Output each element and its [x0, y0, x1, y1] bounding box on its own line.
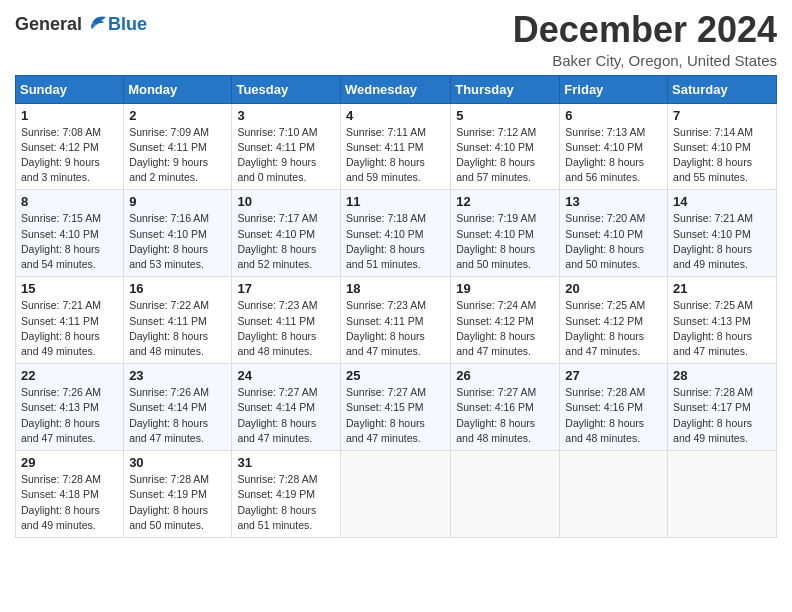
calendar-cell: 22Sunrise: 7:26 AM Sunset: 4:13 PM Dayli…: [16, 364, 124, 451]
day-number: 26: [456, 368, 554, 383]
day-number: 15: [21, 281, 118, 296]
day-number: 25: [346, 368, 445, 383]
day-number: 7: [673, 108, 771, 123]
calendar-header-saturday: Saturday: [668, 75, 777, 103]
logo-bird-icon: [84, 13, 108, 33]
calendar-header-sunday: Sunday: [16, 75, 124, 103]
day-info: Sunrise: 7:25 AM Sunset: 4:13 PM Dayligh…: [673, 298, 771, 359]
day-info: Sunrise: 7:24 AM Sunset: 4:12 PM Dayligh…: [456, 298, 554, 359]
calendar-cell: 27Sunrise: 7:28 AM Sunset: 4:16 PM Dayli…: [560, 364, 668, 451]
day-info: Sunrise: 7:28 AM Sunset: 4:17 PM Dayligh…: [673, 385, 771, 446]
calendar-cell: 30Sunrise: 7:28 AM Sunset: 4:19 PM Dayli…: [124, 451, 232, 538]
calendar-cell: 21Sunrise: 7:25 AM Sunset: 4:13 PM Dayli…: [668, 277, 777, 364]
day-info: Sunrise: 7:28 AM Sunset: 4:19 PM Dayligh…: [237, 472, 335, 533]
day-number: 14: [673, 194, 771, 209]
day-number: 1: [21, 108, 118, 123]
day-info: Sunrise: 7:19 AM Sunset: 4:10 PM Dayligh…: [456, 211, 554, 272]
calendar-cell: 12Sunrise: 7:19 AM Sunset: 4:10 PM Dayli…: [451, 190, 560, 277]
calendar-cell: [340, 451, 450, 538]
calendar-cell: 1Sunrise: 7:08 AM Sunset: 4:12 PM Daylig…: [16, 103, 124, 190]
day-number: 22: [21, 368, 118, 383]
calendar-cell: 16Sunrise: 7:22 AM Sunset: 4:11 PM Dayli…: [124, 277, 232, 364]
calendar-cell: 25Sunrise: 7:27 AM Sunset: 4:15 PM Dayli…: [340, 364, 450, 451]
calendar-week-row: 29Sunrise: 7:28 AM Sunset: 4:18 PM Dayli…: [16, 451, 777, 538]
calendar-cell: 8Sunrise: 7:15 AM Sunset: 4:10 PM Daylig…: [16, 190, 124, 277]
calendar-cell: 5Sunrise: 7:12 AM Sunset: 4:10 PM Daylig…: [451, 103, 560, 190]
day-number: 6: [565, 108, 662, 123]
day-number: 13: [565, 194, 662, 209]
day-number: 2: [129, 108, 226, 123]
day-info: Sunrise: 7:27 AM Sunset: 4:14 PM Dayligh…: [237, 385, 335, 446]
calendar-cell: 18Sunrise: 7:23 AM Sunset: 4:11 PM Dayli…: [340, 277, 450, 364]
calendar-week-row: 1Sunrise: 7:08 AM Sunset: 4:12 PM Daylig…: [16, 103, 777, 190]
calendar-header-row: SundayMondayTuesdayWednesdayThursdayFrid…: [16, 75, 777, 103]
day-info: Sunrise: 7:28 AM Sunset: 4:16 PM Dayligh…: [565, 385, 662, 446]
calendar-cell: 20Sunrise: 7:25 AM Sunset: 4:12 PM Dayli…: [560, 277, 668, 364]
day-info: Sunrise: 7:20 AM Sunset: 4:10 PM Dayligh…: [565, 211, 662, 272]
header: General Blue December 2024 Baker City, O…: [15, 10, 777, 69]
calendar-cell: 14Sunrise: 7:21 AM Sunset: 4:10 PM Dayli…: [668, 190, 777, 277]
calendar-week-row: 8Sunrise: 7:15 AM Sunset: 4:10 PM Daylig…: [16, 190, 777, 277]
day-info: Sunrise: 7:23 AM Sunset: 4:11 PM Dayligh…: [237, 298, 335, 359]
day-number: 27: [565, 368, 662, 383]
calendar-cell: 6Sunrise: 7:13 AM Sunset: 4:10 PM Daylig…: [560, 103, 668, 190]
day-info: Sunrise: 7:18 AM Sunset: 4:10 PM Dayligh…: [346, 211, 445, 272]
logo-blue: Blue: [108, 14, 147, 35]
day-info: Sunrise: 7:15 AM Sunset: 4:10 PM Dayligh…: [21, 211, 118, 272]
calendar-cell: [451, 451, 560, 538]
day-number: 19: [456, 281, 554, 296]
day-info: Sunrise: 7:13 AM Sunset: 4:10 PM Dayligh…: [565, 125, 662, 186]
calendar-cell: 15Sunrise: 7:21 AM Sunset: 4:11 PM Dayli…: [16, 277, 124, 364]
calendar-header-wednesday: Wednesday: [340, 75, 450, 103]
calendar-cell: 23Sunrise: 7:26 AM Sunset: 4:14 PM Dayli…: [124, 364, 232, 451]
calendar-cell: 9Sunrise: 7:16 AM Sunset: 4:10 PM Daylig…: [124, 190, 232, 277]
calendar-header-thursday: Thursday: [451, 75, 560, 103]
calendar-cell: 10Sunrise: 7:17 AM Sunset: 4:10 PM Dayli…: [232, 190, 341, 277]
calendar-cell: 17Sunrise: 7:23 AM Sunset: 4:11 PM Dayli…: [232, 277, 341, 364]
calendar-cell: [668, 451, 777, 538]
day-info: Sunrise: 7:27 AM Sunset: 4:16 PM Dayligh…: [456, 385, 554, 446]
day-info: Sunrise: 7:27 AM Sunset: 4:15 PM Dayligh…: [346, 385, 445, 446]
calendar-cell: 3Sunrise: 7:10 AM Sunset: 4:11 PM Daylig…: [232, 103, 341, 190]
day-info: Sunrise: 7:25 AM Sunset: 4:12 PM Dayligh…: [565, 298, 662, 359]
calendar-cell: 31Sunrise: 7:28 AM Sunset: 4:19 PM Dayli…: [232, 451, 341, 538]
day-number: 23: [129, 368, 226, 383]
day-number: 10: [237, 194, 335, 209]
calendar-cell: 2Sunrise: 7:09 AM Sunset: 4:11 PM Daylig…: [124, 103, 232, 190]
calendar-cell: 19Sunrise: 7:24 AM Sunset: 4:12 PM Dayli…: [451, 277, 560, 364]
day-info: Sunrise: 7:28 AM Sunset: 4:18 PM Dayligh…: [21, 472, 118, 533]
calendar-table: SundayMondayTuesdayWednesdayThursdayFrid…: [15, 75, 777, 538]
day-info: Sunrise: 7:21 AM Sunset: 4:11 PM Dayligh…: [21, 298, 118, 359]
day-number: 24: [237, 368, 335, 383]
day-number: 3: [237, 108, 335, 123]
calendar-header-monday: Monday: [124, 75, 232, 103]
logo-general: General: [15, 14, 82, 35]
calendar-cell: 7Sunrise: 7:14 AM Sunset: 4:10 PM Daylig…: [668, 103, 777, 190]
day-info: Sunrise: 7:09 AM Sunset: 4:11 PM Dayligh…: [129, 125, 226, 186]
day-info: Sunrise: 7:17 AM Sunset: 4:10 PM Dayligh…: [237, 211, 335, 272]
day-number: 20: [565, 281, 662, 296]
logo: General Blue: [15, 14, 147, 35]
calendar-cell: 24Sunrise: 7:27 AM Sunset: 4:14 PM Dayli…: [232, 364, 341, 451]
calendar-week-row: 15Sunrise: 7:21 AM Sunset: 4:11 PM Dayli…: [16, 277, 777, 364]
day-info: Sunrise: 7:14 AM Sunset: 4:10 PM Dayligh…: [673, 125, 771, 186]
subtitle: Baker City, Oregon, United States: [513, 52, 777, 69]
calendar-cell: 29Sunrise: 7:28 AM Sunset: 4:18 PM Dayli…: [16, 451, 124, 538]
calendar-cell: 11Sunrise: 7:18 AM Sunset: 4:10 PM Dayli…: [340, 190, 450, 277]
day-number: 30: [129, 455, 226, 470]
calendar-header-tuesday: Tuesday: [232, 75, 341, 103]
day-info: Sunrise: 7:21 AM Sunset: 4:10 PM Dayligh…: [673, 211, 771, 272]
day-number: 18: [346, 281, 445, 296]
day-number: 12: [456, 194, 554, 209]
calendar-cell: 4Sunrise: 7:11 AM Sunset: 4:11 PM Daylig…: [340, 103, 450, 190]
day-info: Sunrise: 7:26 AM Sunset: 4:13 PM Dayligh…: [21, 385, 118, 446]
day-number: 16: [129, 281, 226, 296]
day-info: Sunrise: 7:08 AM Sunset: 4:12 PM Dayligh…: [21, 125, 118, 186]
day-number: 5: [456, 108, 554, 123]
calendar-cell: 26Sunrise: 7:27 AM Sunset: 4:16 PM Dayli…: [451, 364, 560, 451]
day-number: 11: [346, 194, 445, 209]
day-info: Sunrise: 7:11 AM Sunset: 4:11 PM Dayligh…: [346, 125, 445, 186]
calendar-cell: 28Sunrise: 7:28 AM Sunset: 4:17 PM Dayli…: [668, 364, 777, 451]
day-info: Sunrise: 7:28 AM Sunset: 4:19 PM Dayligh…: [129, 472, 226, 533]
day-number: 4: [346, 108, 445, 123]
